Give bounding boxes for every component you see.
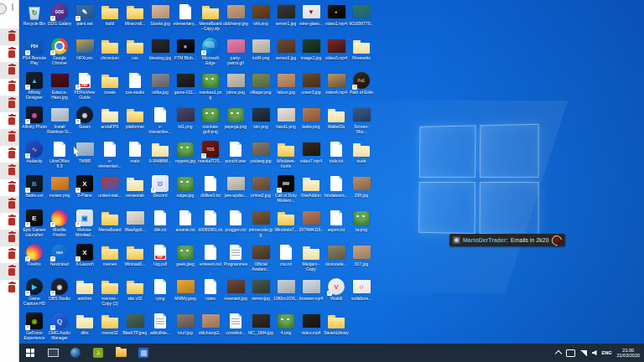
desktop-icon[interactable]: troll4.png [248,37,273,71]
desktop-icon[interactable]: murl.jpg [173,312,198,346]
desktop-icon[interactable]: KiwiAddon [299,174,324,209]
desktop-icon[interactable]: MC_1984.jpg [248,312,273,346]
desktop-icon[interactable]: WalterDo [324,106,349,140]
desktop-icon[interactable]: ▼wine-glass... [299,3,324,37]
desktop-icon[interactable]: aspen.txt [324,209,349,243]
desktop-icon[interactable]: Minecraft... [122,3,148,37]
trash-icon[interactable] [8,134,15,142]
desktop-icon[interactable]: video7.mp4 [299,140,324,174]
desktop-icon[interactable]: lvl1.png [173,106,198,140]
desktop-icon[interactable]: dbk.txt [148,209,173,243]
list-item[interactable] [0,45,18,62]
desktop-icon[interactable]: elementary... [173,3,198,37]
desktop-icon[interactable]: jars-updat... [223,174,248,209]
desktop-icon[interactable]: css.txt [273,243,299,277]
list-item[interactable] [0,179,18,196]
desktop-icon[interactable]: veraestab [122,174,148,209]
desktop-icon[interactable]: villager.png [248,71,273,106]
desktop-icon[interactable]: cover3.jpg [299,71,324,106]
desktop-icon[interactable]: ◉Steam [72,106,97,140]
file-explorer-button[interactable] [114,346,127,359]
desktop-icon[interactable]: Stonks.jpg [148,3,173,37]
list-item[interactable] [0,62,18,79]
desktop-icon[interactable]: PS4PS4 Remote Play [22,37,47,71]
desktop-icon[interactable]: EEpic Games Launcher [22,209,47,243]
desktop-icon[interactable]: MMMy.jpeg [173,277,198,312]
desktop-icon[interactable]: monkas-golf.png [198,106,223,140]
desktop-icon[interactable]: dibs [72,312,97,346]
volume-icon[interactable] [592,350,597,355]
desktop-icon[interactable]: Official Avataro... [248,243,273,277]
desktop-icon[interactable]: Windows-Icons [273,140,299,174]
desktop-icon[interactable]: todo.txt [324,140,349,174]
desktop-icon[interactable]: SteamLibrary [324,312,349,346]
desktop-icon[interactable]: TOSmonkaTOS... [198,140,223,174]
desktop-icon[interactable]: anomie.txt [173,209,198,243]
trash-icon[interactable] [8,50,15,58]
desktop-icon[interactable]: notes [198,277,223,312]
list-item[interactable] [0,213,18,230]
desktop-icon[interactable]: Screen-Sho... [349,106,374,140]
desktop-icon[interactable]: ✎paint.net [72,3,97,37]
desktop-icon[interactable]: build [97,3,122,37]
tray-overflow-chevron-icon[interactable] [554,350,561,357]
desktop-icon[interactable]: Edance-Haus.jpg [47,71,72,106]
list-item[interactable] [0,146,18,163]
desktop-icon[interactable]: ◉OBS Studio [47,277,72,312]
desktop-icon[interactable]: MemeBoard - Copy.zip [198,3,223,37]
trash-icon[interactable] [8,34,15,41]
desktop-icon[interactable]: QOMG Audio Manager [47,312,72,346]
desktop-icon[interactable]: Mozilla Firefox [47,209,72,243]
desktop-icon[interactable]: VVivaldi [324,277,349,312]
trash-icon[interactable] [8,201,15,209]
desktop-icon[interactable]: andaFPS [97,106,122,140]
desktop-icon[interactable]: punchl.wav [223,140,248,174]
desktop-icon[interactable]: GOGGOG Galaxy [47,3,72,37]
desktop-icon[interactable]: oldchamp2... [198,312,223,346]
steam-notification-toast[interactable]: MarioDerTrader: Emails in 2k20 [449,234,565,246]
trash-icon[interactable] [8,285,15,292]
display-icon[interactable] [566,349,575,357]
desktop-icon[interactable]: NFXcom [72,37,97,71]
desktop-icon[interactable]: ◉Affinity Photo [22,106,47,140]
desktop-icon[interactable]: WasAppli... [122,209,148,243]
desktop-icon[interactable]: video4.mp4 [324,71,349,106]
desktop-icon[interactable]: kekw.png [299,106,324,140]
language-indicator[interactable]: ENG [602,350,612,355]
desktop-icon[interactable]: pepega.png [223,106,248,140]
list-item[interactable] [0,28,18,45]
desktop-icon[interactable]: 1982m10XL... [273,277,299,312]
photos-app-button[interactable] [137,346,150,359]
desktop-icon[interactable]: create [97,71,122,106]
desktop-icon[interactable]: XX-Launch [72,243,97,277]
desktop-icon[interactable]: milka.jpg [148,71,173,106]
desktop-icon[interactable]: memes [97,243,122,277]
list-item[interactable] [0,79,18,96]
desktop-icon[interactable]: MWCall of Duty Modern... [273,174,299,209]
desktop-icon[interactable]: ▪video1.mp4 [324,3,349,37]
desktop-icon[interactable]: blessing.jpg [148,37,173,71]
desktop-icon[interactable]: geek.jpeg [173,243,198,277]
desktop-icon[interactable]: ∿Audacity [22,140,47,174]
trash-icon[interactable] [8,235,15,242]
desktop-icon[interactable]: Programmes [223,243,248,277]
desktop-icon[interactable]: 317.jpg [349,243,374,277]
desktop-icon[interactable]: ta.png [349,209,374,243]
trash-icon[interactable] [8,84,15,91]
desktop-icon[interactable]: v-interactive... [148,106,173,140]
desktop-icon[interactable]: party-parrot.gif [223,37,248,71]
desktop-icon[interactable]: 338.jpg [349,174,374,209]
desktop-icon[interactable]: edgar.jpg [173,174,198,209]
network-icon[interactable] [580,350,587,356]
desktop-icon[interactable]: css [122,37,148,71]
list-item[interactable] [0,129,18,146]
desktop-icon[interactable]: ertswert.md [198,243,223,277]
desktop-icon[interactable]: sim.png [248,106,273,140]
lambda-app-button[interactable]: λ [91,346,105,359]
desktop-icon[interactable]: primecode.jpg [248,209,273,243]
desktop-icon[interactable]: main [122,140,148,174]
list-item[interactable] [0,163,18,179]
desktop-icon[interactable]: monkas1.png [198,71,223,106]
desktop-icon[interactable]: chromium [97,37,122,71]
desktop-icon[interactable]: ▶Game Capture HD [22,277,47,312]
